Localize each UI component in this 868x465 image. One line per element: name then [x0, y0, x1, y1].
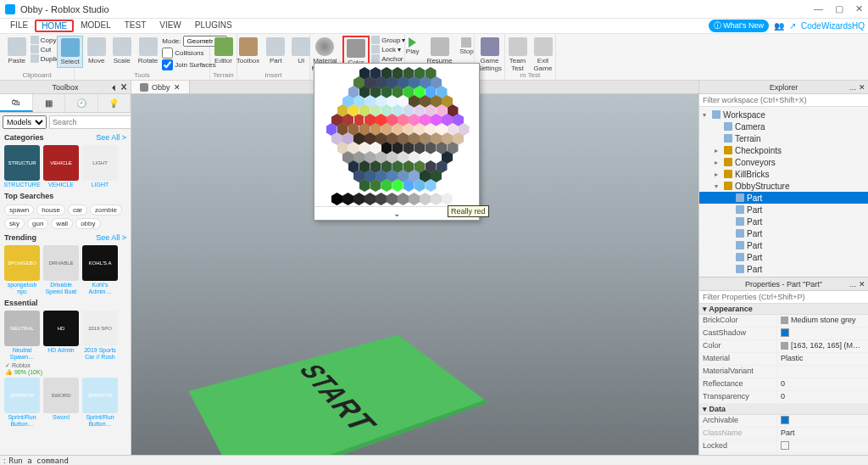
property-row[interactable]: Locked	[699, 440, 868, 453]
team-test-button[interactable]: Team Test	[506, 36, 530, 74]
menu-model[interactable]: MODEL	[74, 20, 118, 32]
tree-node[interactable]: Part	[699, 227, 868, 239]
minimize-button[interactable]: —	[814, 3, 823, 14]
color-swatch[interactable]	[353, 193, 364, 205]
color-swatch[interactable]	[420, 193, 431, 205]
asset-card[interactable]: DRIVABLEDrivable Speed Boat	[43, 245, 79, 295]
collab-icon[interactable]: 👥	[774, 21, 784, 31]
color-swatch[interactable]	[409, 193, 420, 205]
asset-card[interactable]: SPRINT/RSprint/Run Button…	[4, 378, 40, 428]
color-swatch[interactable]	[364, 193, 376, 205]
anchor-button[interactable]: Anchor	[371, 54, 405, 63]
explorer-close-icon[interactable]: … ✕	[849, 81, 865, 94]
stop-button[interactable]: Stop	[456, 36, 476, 57]
toolbox-tab-inventory[interactable]: ▦	[33, 94, 66, 112]
toolbox-tab-marketplace[interactable]: 🛍	[0, 94, 33, 112]
toolbox-close-icon[interactable]: ⏴ ✕	[110, 81, 128, 94]
tab-close-icon[interactable]: ✕	[174, 83, 181, 92]
asset-card[interactable]: SPONGEBOspongebob npc	[4, 245, 40, 295]
toolbox-tab-recent[interactable]: 🕘	[65, 94, 98, 112]
property-row[interactable]: MaterialVariant	[699, 366, 868, 378]
command-input[interactable]: Run a command	[9, 457, 69, 465]
categories-seeall[interactable]: See All >	[96, 133, 126, 142]
properties-filter-input[interactable]	[699, 291, 868, 304]
search-tag[interactable]: gun	[27, 218, 48, 229]
tree-node[interactable]: Part	[699, 192, 868, 204]
asset-card[interactable]: 2019 SPO2019 Sports Car // Rosh	[82, 311, 118, 361]
search-tag[interactable]: spawn	[4, 204, 34, 216]
color-swatch[interactable]	[342, 193, 353, 205]
asset-card[interactable]: STRUCTURSTRUCTURE	[4, 145, 40, 188]
property-section[interactable]: ▾ Appearance	[699, 304, 868, 315]
tree-node[interactable]: ▾ObbyStructure	[699, 180, 868, 192]
whats-new-button[interactable]: ⓘ What's New	[709, 20, 769, 32]
property-row[interactable]: CastShadow	[699, 328, 868, 340]
color-swatch[interactable]	[453, 193, 464, 205]
tree-node[interactable]: ▸Conveyors	[699, 156, 868, 168]
search-tag[interactable]: sky	[4, 218, 25, 229]
tree-node[interactable]: ▾Workspace	[699, 109, 868, 120]
terrain-editor-button[interactable]: Editor	[212, 36, 236, 66]
color-swatch[interactable]	[376, 193, 387, 205]
tree-node[interactable]: ▸Checkpoints	[699, 144, 868, 156]
tree-node[interactable]: Camera	[699, 120, 868, 132]
tree-node[interactable]: Terrain	[699, 132, 868, 144]
property-row[interactable]: Transparency0	[699, 391, 868, 404]
search-tag[interactable]: obby	[75, 218, 100, 229]
move-button[interactable]: Move	[85, 36, 108, 66]
property-row[interactable]: MaterialPlastic	[699, 353, 868, 366]
properties-close-icon[interactable]: … ✕	[849, 277, 865, 291]
select-button[interactable]: Select	[57, 36, 82, 68]
asset-card[interactable]: SWORDSword	[43, 378, 79, 428]
property-row[interactable]: Archivable	[699, 415, 868, 428]
toolbox-tab-creations[interactable]: 💡	[98, 94, 131, 112]
maximize-button[interactable]: ▢	[835, 3, 843, 14]
tree-node[interactable]: ▸KillBricks	[699, 168, 868, 180]
paste-button[interactable]: Paste	[5, 36, 29, 66]
part-button[interactable]: Part	[264, 36, 287, 66]
menu-view[interactable]: VIEW	[153, 20, 188, 32]
asset-card[interactable]: HDHD Admin	[43, 311, 79, 361]
tree-node[interactable]: Part	[699, 204, 868, 216]
scene-tab[interactable]: Obby✕	[131, 81, 190, 93]
asset-card[interactable]: NEUTRAL Neutral Spawn…	[4, 311, 40, 361]
asset-card[interactable]: SPRINT/RSprint/Run Button…	[82, 378, 118, 428]
tree-node[interactable]: Part	[699, 251, 868, 263]
search-tag[interactable]: house	[36, 204, 65, 216]
tree-node[interactable]: Part	[699, 216, 868, 227]
user-label[interactable]: CodeWizardsHQ	[801, 21, 865, 31]
close-button[interactable]: ✕	[855, 3, 863, 14]
asset-card[interactable]: LIGHTLIGHT	[82, 145, 118, 188]
color-swatch[interactable]	[398, 193, 409, 205]
search-tag[interactable]: car	[68, 204, 87, 216]
resume-button[interactable]: Resume	[425, 36, 455, 66]
toolbox-button[interactable]: Toolbox	[234, 36, 263, 66]
property-row[interactable]: Color[163, 162, 165] (Medium sto…	[699, 340, 868, 353]
trending-seeall[interactable]: See All >	[96, 233, 126, 242]
property-section[interactable]: ▾ Data	[699, 404, 868, 415]
rotate-button[interactable]: Rotate	[136, 36, 161, 66]
color-swatch[interactable]	[431, 193, 442, 205]
menu-home[interactable]: HOME	[35, 20, 74, 32]
share-icon[interactable]: ↗	[789, 21, 796, 31]
asset-card[interactable]: KOHL'S AKohl's Admin…	[82, 245, 118, 295]
color-swatch[interactable]	[331, 193, 342, 205]
menu-test[interactable]: TEST	[118, 20, 153, 32]
exit-game-button[interactable]: Exit Game	[531, 36, 555, 74]
property-row[interactable]: BrickColorMedium stone grey	[699, 315, 868, 328]
play-button[interactable]: Play	[403, 36, 423, 57]
lock-button[interactable]: Lock ▾	[371, 45, 405, 53]
group-button[interactable]: Group ▾	[371, 36, 405, 44]
toolbox-search-input[interactable]	[49, 115, 131, 129]
property-row[interactable]: Reflectance0	[699, 378, 868, 391]
toolbox-category-select[interactable]: Models	[3, 115, 47, 129]
menu-plugins[interactable]: PLUGINS	[188, 20, 239, 32]
asset-card[interactable]: VEHICLEVEHICLE	[43, 145, 79, 188]
tree-node[interactable]: Part	[699, 263, 868, 275]
search-tag[interactable]: wall	[51, 218, 73, 229]
scale-button[interactable]: Scale	[110, 36, 134, 66]
search-tag[interactable]: zombie	[90, 204, 122, 216]
menu-file[interactable]: FILE	[3, 20, 35, 32]
tree-node[interactable]: Part	[699, 239, 868, 251]
color-swatch[interactable]	[442, 193, 453, 205]
